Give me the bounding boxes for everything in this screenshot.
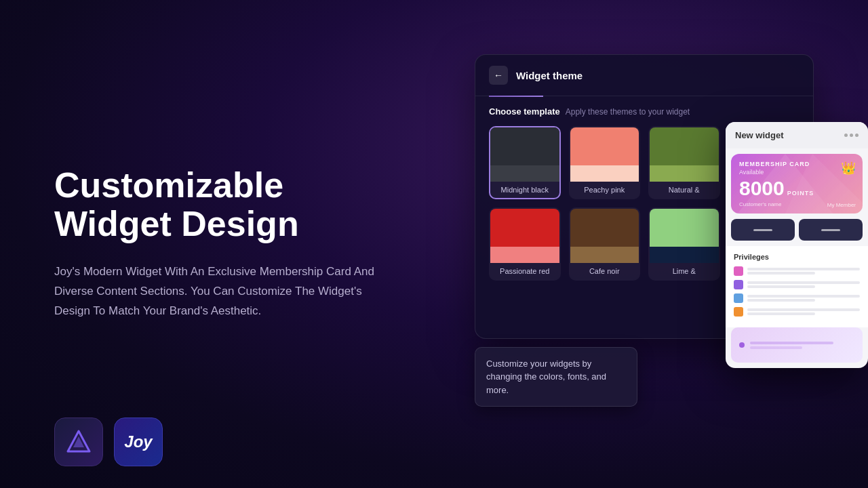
template-label-lime: Lime & bbox=[650, 263, 719, 279]
priv-line-long bbox=[747, 281, 860, 284]
mc-title: MEMBERSHIP CARD bbox=[739, 161, 854, 167]
panel-header: ← Widget theme bbox=[475, 55, 813, 96]
template-label-natural: Natural & bbox=[650, 182, 719, 198]
nw-bottom-section bbox=[731, 327, 863, 363]
color-swatch-top bbox=[490, 127, 559, 165]
priv-lines-2 bbox=[747, 281, 860, 288]
nw-header: New widget bbox=[726, 122, 868, 148]
template-midnight-black[interactable]: Midnight black bbox=[489, 126, 561, 199]
nw-privileges-title: Privileges bbox=[734, 253, 860, 261]
nw-title: New widget bbox=[735, 130, 784, 140]
template-label-midnight: Midnight black bbox=[490, 182, 559, 198]
color-swatch-top bbox=[490, 209, 559, 247]
priv-line-short bbox=[747, 272, 815, 274]
main-title: Customizable Widget Design bbox=[54, 166, 393, 243]
btn-bar-1 bbox=[753, 229, 772, 231]
template-peachy-pink[interactable]: Peachy pink bbox=[569, 126, 641, 199]
left-section: Customizable Widget Design Joy's Modern … bbox=[54, 166, 393, 321]
nw-buttons-row bbox=[726, 219, 868, 246]
color-swatch-top bbox=[650, 127, 719, 165]
mc-member-label: My Member bbox=[827, 202, 856, 208]
template-label-peachy: Peachy pink bbox=[570, 182, 639, 198]
template-lime[interactable]: Lime & bbox=[648, 207, 720, 281]
priv-line-long bbox=[747, 308, 860, 311]
title-line1: Customizable bbox=[54, 165, 283, 205]
bottom-line-2 bbox=[750, 346, 802, 349]
back-icon: ← bbox=[494, 70, 503, 81]
bottom-dot bbox=[739, 342, 745, 348]
new-widget-panel: New widget MEMBERSHIP CARD 👑 Available 8… bbox=[726, 122, 868, 368]
nw-button-2[interactable] bbox=[799, 219, 863, 241]
btn-bar-2 bbox=[821, 229, 840, 231]
color-swatch-bottom bbox=[570, 165, 639, 182]
panel-title: Widget theme bbox=[516, 70, 583, 81]
priv-dot-2 bbox=[734, 280, 743, 289]
panel-subtitle-row: Choose template Apply these themes to yo… bbox=[475, 97, 813, 123]
template-passionate-red[interactable]: Passionate red bbox=[489, 207, 561, 281]
choose-template-label: Choose template bbox=[489, 106, 560, 117]
logos-section: Joy bbox=[54, 418, 163, 466]
mc-points: 8000 bbox=[739, 178, 785, 199]
mc-available-label: Available bbox=[739, 169, 854, 176]
dot-3 bbox=[855, 134, 859, 137]
priv-line-long bbox=[747, 295, 860, 298]
color-swatch-top bbox=[650, 209, 719, 247]
joy-logo[interactable]: Joy bbox=[114, 418, 163, 466]
priv-lines-3 bbox=[747, 295, 860, 302]
back-button[interactable]: ← bbox=[489, 66, 508, 85]
description-text: Joy's Modern Widget With An Exclusive Me… bbox=[54, 263, 393, 322]
membership-card: MEMBERSHIP CARD 👑 Available 8000 POINTS … bbox=[731, 154, 863, 214]
priv-line-short bbox=[747, 312, 815, 315]
priv-lines-4 bbox=[747, 308, 860, 315]
nw-button-1[interactable] bbox=[731, 219, 795, 241]
color-swatch-bottom bbox=[570, 247, 639, 263]
color-swatch-top bbox=[570, 209, 639, 247]
tooltip-text: Customize your widgets by changing the c… bbox=[486, 357, 626, 397]
color-swatch-bottom bbox=[490, 165, 559, 182]
priv-line-short bbox=[747, 285, 815, 288]
tooltip-box: Customize your widgets by changing the c… bbox=[475, 347, 637, 407]
color-swatch-bottom bbox=[650, 247, 719, 263]
joy-logo-text: Joy bbox=[124, 432, 152, 451]
template-natural[interactable]: Natural & bbox=[648, 126, 720, 199]
title-line2: Widget Design bbox=[54, 205, 299, 244]
priv-dot-3 bbox=[734, 293, 743, 303]
priv-dot-4 bbox=[734, 307, 743, 317]
avada-logo[interactable] bbox=[54, 418, 103, 466]
priv-dot-1 bbox=[734, 266, 743, 276]
dot-2 bbox=[850, 134, 853, 137]
nw-privileges-section: Privileges bbox=[726, 246, 868, 327]
priv-line-long bbox=[747, 268, 860, 270]
right-section: ← Widget theme Choose template Apply the… bbox=[448, 54, 868, 447]
privilege-item-3 bbox=[734, 293, 860, 303]
template-label-passionate: Passionate red bbox=[490, 263, 559, 279]
nw-dots-menu[interactable] bbox=[844, 134, 859, 137]
priv-lines-1 bbox=[747, 268, 860, 274]
privilege-item-4 bbox=[734, 307, 860, 317]
color-swatch-bottom bbox=[490, 247, 559, 263]
priv-line-short bbox=[747, 299, 815, 302]
dot-1 bbox=[844, 134, 848, 137]
bottom-line-1 bbox=[750, 342, 833, 344]
color-swatch-top bbox=[570, 127, 639, 165]
template-label-cafe: Cafe noir bbox=[570, 263, 639, 279]
privilege-item-2 bbox=[734, 280, 860, 289]
mc-points-label: POINTS bbox=[787, 190, 814, 197]
template-cafe-noir[interactable]: Cafe noir bbox=[569, 207, 641, 281]
choose-template-desc: Apply these themes to your widget bbox=[566, 107, 690, 117]
color-swatch-bottom bbox=[650, 165, 719, 182]
privilege-item-1 bbox=[734, 266, 860, 276]
avada-icon bbox=[64, 427, 94, 457]
